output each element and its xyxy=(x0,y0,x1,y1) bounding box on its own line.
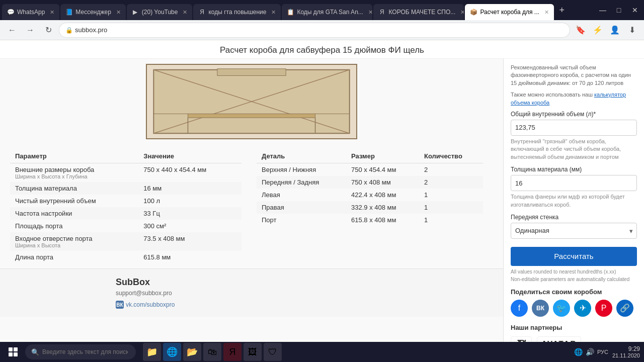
reload-button[interactable]: ↻ xyxy=(41,23,55,37)
detail-name-1: Передняя / Задняя xyxy=(257,176,346,189)
tab-subbox[interactable]: 📦 Расчет короба для ... ✕ xyxy=(465,4,553,20)
volume-label: Общий внутренний объем (л)* xyxy=(511,111,637,118)
detail-name-2: Левая xyxy=(257,189,346,201)
params-table-container: Параметр Значение Внешние размеры короба… xyxy=(10,149,242,263)
tab-close-korob-machete[interactable]: ✕ xyxy=(460,9,464,16)
details-row-4: Порт 615.8 x 408 мм 1 xyxy=(257,214,483,226)
params-row-4: Площадь порта 300 см² xyxy=(10,220,242,232)
material-label: Толщина материала (мм) xyxy=(511,166,637,173)
detail-size-2: 422.4 x 408 мм xyxy=(346,189,419,201)
volume-field: Общий внутренний объем (л)* Внутренний "… xyxy=(511,111,637,161)
front-wall-label: Передняя стенка xyxy=(511,214,637,221)
bookmark-button[interactable]: 🔖 xyxy=(574,23,588,37)
share-twitter-button[interactable]: 🐦 xyxy=(553,300,570,317)
taskbar-app-yandex[interactable]: Я xyxy=(223,343,242,361)
forward-button[interactable]: → xyxy=(23,23,37,37)
share-facebook-button[interactable]: f xyxy=(511,300,528,317)
tab-bar: 💬 WhatsApp ✕📘 Мессенджер ✕▶ (20) YouTube… xyxy=(0,0,644,20)
volume-input[interactable] xyxy=(511,120,637,136)
tab-gta-san[interactable]: 📋 Коды для GTA San An... ✕ xyxy=(282,4,372,20)
profile-button[interactable]: 👤 xyxy=(608,23,622,37)
taskbar-date: 21.11.2020 xyxy=(612,352,640,358)
footer-vk-url: vk.com/subboxpro xyxy=(126,301,175,308)
detail-qty-2: 1 xyxy=(419,189,483,201)
taskbar-app-files[interactable]: 📁 xyxy=(143,343,161,361)
material-input[interactable] xyxy=(511,175,637,191)
tab-label-whatsapp: WhatsApp xyxy=(17,9,45,16)
svg-rect-4 xyxy=(188,114,315,118)
tab-youtube[interactable]: ▶ (20) YouTube ✕ xyxy=(127,4,193,20)
taskbar-app-explorer[interactable]: 📂 xyxy=(183,343,201,361)
tables-row: Параметр Значение Внешние размеры короба… xyxy=(0,144,503,268)
calculate-button[interactable]: Рассчитать xyxy=(511,247,637,266)
taskbar-search-input[interactable] xyxy=(42,348,128,355)
share-pinterest-button[interactable]: P xyxy=(595,300,612,317)
calc-link-text: Также можно использовать наш калькулятор… xyxy=(511,91,637,107)
taskbar-apps: 📁 🌐 📂 🛍 Я 🖼 🛡 xyxy=(143,343,282,361)
url-bar[interactable]: 🔒 subbox.pro xyxy=(59,23,570,37)
tab-close-gta-codes[interactable]: ✕ xyxy=(271,9,276,16)
detail-qty-3: 1 xyxy=(419,201,483,214)
params-row-6: Длина порта 615.8 мм xyxy=(10,251,242,263)
page-title: Расчет короба для сабвуфера 15 дюймов ФИ… xyxy=(220,45,424,55)
tab-gta-codes[interactable]: Я коды гта повышение ✕ xyxy=(193,4,281,20)
footer-vk[interactable]: ВК vk.com/subboxpro xyxy=(116,301,175,309)
browser-chrome: 💬 WhatsApp ✕📘 Мессенджер ✕▶ (20) YouTube… xyxy=(0,0,644,40)
new-tab-button[interactable]: + xyxy=(555,3,569,17)
tab-close-subbox[interactable]: ✕ xyxy=(544,9,549,16)
back-button[interactable]: ← xyxy=(5,23,19,37)
front-wall-field: Передняя стенка Одинарная Двойная ▾ xyxy=(511,214,637,239)
tab-icon-gta-codes: Я xyxy=(198,9,205,16)
param-name-0: Внешние размеры короба Ширина х Высота х… xyxy=(10,163,138,183)
taskbar-app-edge[interactable]: 🌐 xyxy=(163,343,181,361)
details-row-2: Левая 422.4 x 408 мм 1 xyxy=(257,189,483,201)
footer-email[interactable]: support@subbox.pro xyxy=(116,290,175,297)
box-image xyxy=(146,64,357,139)
tab-messenger[interactable]: 📘 Мессенджер ✕ xyxy=(60,4,125,20)
param-name-2: Чистый внутренний объем xyxy=(10,195,138,207)
detail-size-0: 750 x 454.4 мм xyxy=(346,163,419,176)
params-row-5: Входное отверстие порта Ширина х Высота … xyxy=(10,232,242,251)
detail-size-1: 750 x 408 мм xyxy=(346,176,419,189)
footer: SubBox support@subbox.pro ВК vk.com/subb… xyxy=(0,268,503,317)
close-button[interactable]: ✕ xyxy=(628,3,642,17)
download-button[interactable]: ⬇ xyxy=(625,23,639,37)
taskbar-app-photo[interactable]: 🖼 xyxy=(244,343,262,361)
box-diagram xyxy=(147,65,356,138)
share-icons: f ВК 🐦 ✈ P 🔗 xyxy=(511,300,637,317)
tab-label-gta-san: Коды для GTA San An... xyxy=(297,9,363,16)
lang-indicator: РУС xyxy=(597,349,608,355)
tab-icon-korob-machete: Я xyxy=(378,9,385,16)
content-area: Параметр Значение Внешние размеры короба… xyxy=(0,59,503,360)
svg-rect-5 xyxy=(217,69,286,76)
url-text: subbox.pro xyxy=(75,26,107,34)
share-telegram-button[interactable]: ✈ xyxy=(574,300,591,317)
calc-link[interactable]: калькулятор объема короба xyxy=(511,92,626,105)
param-value-5: 73.5 x 408 мм xyxy=(138,232,242,251)
maximize-button[interactable]: □ xyxy=(612,3,626,17)
minimize-button[interactable]: — xyxy=(596,3,610,17)
network-icon: 🌐 xyxy=(574,348,583,356)
param-value-1: 16 мм xyxy=(138,182,242,195)
params-row-0: Внешние размеры короба Ширина х Высота х… xyxy=(10,163,242,183)
share-vk-button[interactable]: ВК xyxy=(532,300,549,317)
tab-close-whatsapp[interactable]: ✕ xyxy=(50,9,54,16)
param-name-4: Площадь порта xyxy=(10,220,138,232)
tab-whatsapp[interactable]: 💬 WhatsApp ✕ xyxy=(2,4,59,20)
tab-close-gta-san[interactable]: ✕ xyxy=(368,9,373,16)
tab-korob-machete[interactable]: Я КОРОБ МАЧЕТЕ СПО... ✕ xyxy=(373,4,464,20)
param-name-5: Входное отверстие порта Ширина х Высота xyxy=(10,232,138,251)
front-wall-select[interactable]: Одинарная Двойная xyxy=(511,223,637,239)
tab-close-messenger[interactable]: ✕ xyxy=(116,9,121,16)
start-button[interactable] xyxy=(4,343,22,361)
detail-size-4: 615.8 x 408 мм xyxy=(346,214,419,226)
taskbar-app-store[interactable]: 🛍 xyxy=(203,343,221,361)
share-link-button[interactable]: 🔗 xyxy=(616,300,633,317)
window-controls: — □ ✕ xyxy=(596,3,642,17)
details-table: Деталь Размер Количество Верхняя / Нижня… xyxy=(257,149,483,226)
front-wall-select-wrap: Одинарная Двойная ▾ xyxy=(511,223,637,239)
taskbar-app-shield[interactable]: 🛡 xyxy=(264,343,282,361)
taskbar-search[interactable]: 🔍 xyxy=(25,344,136,359)
extension-button[interactable]: ⚡ xyxy=(591,23,605,37)
tab-close-youtube[interactable]: ✕ xyxy=(183,9,187,16)
